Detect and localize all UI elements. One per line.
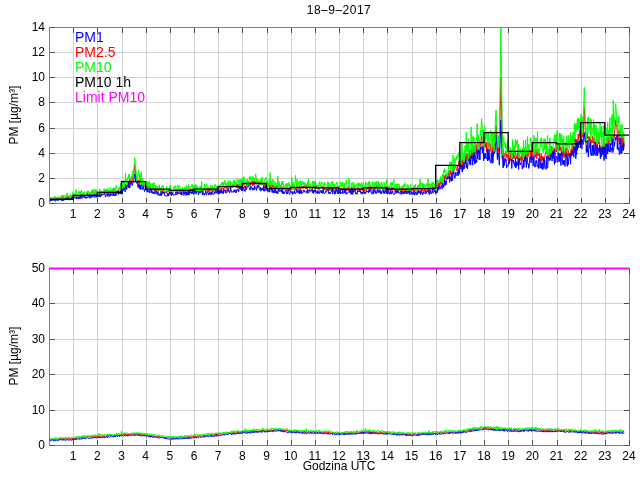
bottom-x-tick-label: 7 [206, 449, 230, 463]
bottom-x-tick-label: 15 [400, 449, 424, 463]
bottom-x-tick-label: 16 [424, 449, 448, 463]
bottom-x-tick-label: 2 [85, 449, 109, 463]
bottom-x-tick-label: 17 [448, 449, 472, 463]
bottom-x-tick-label: 20 [520, 449, 544, 463]
top-y-tick-label: 10 [5, 70, 45, 84]
top-x-tick-label: 4 [134, 207, 158, 221]
bottom-y-tick-label: 30 [5, 332, 45, 346]
bottom-x-tick-label: 3 [110, 449, 134, 463]
top-x-tick-label: 22 [569, 207, 593, 221]
legend-item-pm1: PM1 [75, 30, 145, 45]
top-x-tick-label: 3 [110, 207, 134, 221]
top-x-tick-label: 2 [85, 207, 109, 221]
chart-title: 18–9–2017 [49, 3, 629, 17]
top-x-tick-label: 17 [448, 207, 472, 221]
top-x-tick-label: 21 [545, 207, 569, 221]
bottom-x-tick-label: 11 [303, 449, 327, 463]
bottom-x-tick-label: 8 [230, 449, 254, 463]
legend-item-pm10-1h: PM10 1h [75, 75, 145, 90]
bottom-x-tick-label: 14 [375, 449, 399, 463]
top-x-tick-label: 9 [255, 207, 279, 221]
top-x-tick-label: 16 [424, 207, 448, 221]
top-x-tick-label: 19 [496, 207, 520, 221]
top-y-tick-label: 0 [5, 196, 45, 210]
top-y-tick-label: 12 [5, 45, 45, 59]
pm-chart-figure: 18–9–2017 PM [µg/m³] PM [µg/m³] Godzina … [0, 0, 640, 480]
bottom-y-tick-label: 50 [5, 261, 45, 275]
bottom-x-tick-label: 19 [496, 449, 520, 463]
top-y-tick-label: 8 [5, 95, 45, 109]
top-y-tick-label: 6 [5, 121, 45, 135]
top-y-tick-label: 2 [5, 171, 45, 185]
bottom-x-tick-label: 24 [617, 449, 640, 463]
bottom-x-tick-label: 5 [158, 449, 182, 463]
top-x-tick-label: 15 [400, 207, 424, 221]
bottom-y-tick-label: 10 [5, 403, 45, 417]
top-x-tick-label: 7 [206, 207, 230, 221]
legend-item-pm2-5: PM2.5 [75, 45, 145, 60]
bottom-y-tick-label: 0 [5, 438, 45, 452]
legend-item-limit-pm10: Limit PM10 [75, 90, 145, 105]
bottom-x-tick-label: 18 [472, 449, 496, 463]
top-x-tick-label: 1 [61, 207, 85, 221]
top-y-tick-label: 4 [5, 146, 45, 160]
top-x-tick-label: 12 [327, 207, 351, 221]
bottom-x-tick-label: 10 [279, 449, 303, 463]
top-y-tick-label: 14 [5, 20, 45, 34]
bottom-y-tick-label: 40 [5, 296, 45, 310]
top-x-tick-label: 11 [303, 207, 327, 221]
top-x-tick-label: 24 [617, 207, 640, 221]
bottom-x-tick-label: 22 [569, 449, 593, 463]
top-x-tick-label: 20 [520, 207, 544, 221]
top-x-tick-label: 6 [182, 207, 206, 221]
bottom-x-tick-label: 6 [182, 449, 206, 463]
top-x-tick-label: 18 [472, 207, 496, 221]
top-x-tick-label: 14 [375, 207, 399, 221]
bottom-x-tick-label: 23 [593, 449, 617, 463]
bottom-y-tick-label: 20 [5, 367, 45, 381]
bottom-x-tick-label: 12 [327, 449, 351, 463]
bottom-x-tick-label: 13 [351, 449, 375, 463]
legend: PM1PM2.5PM10PM10 1hLimit PM10 [75, 30, 145, 105]
bottom-x-tick-label: 21 [545, 449, 569, 463]
bottom-x-tick-label: 4 [134, 449, 158, 463]
top-x-tick-label: 10 [279, 207, 303, 221]
top-x-tick-label: 8 [230, 207, 254, 221]
top-x-tick-label: 23 [593, 207, 617, 221]
bottom-x-tick-label: 1 [61, 449, 85, 463]
legend-item-pm10: PM10 [75, 60, 145, 75]
bottom-x-tick-label: 9 [255, 449, 279, 463]
top-x-tick-label: 5 [158, 207, 182, 221]
top-x-tick-label: 13 [351, 207, 375, 221]
